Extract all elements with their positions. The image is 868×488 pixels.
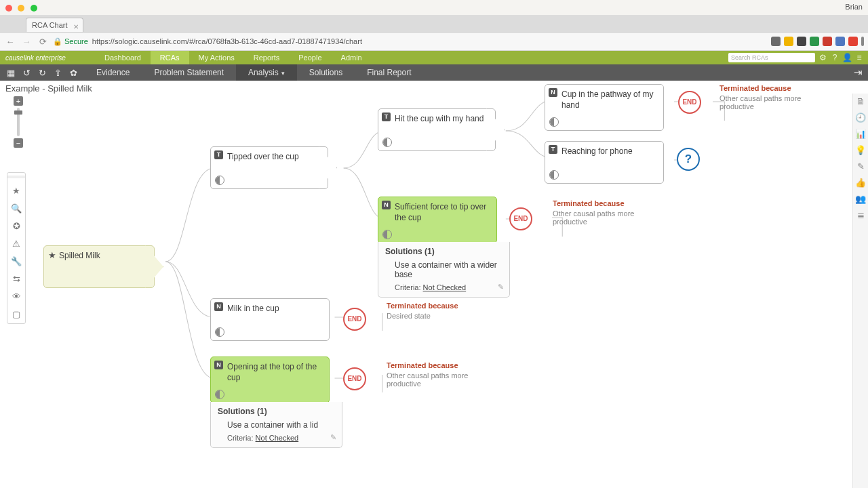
node-type-tag: T xyxy=(549,145,557,154)
termination-head: Terminated because xyxy=(553,199,668,207)
tab-final-report[interactable]: Final Report xyxy=(355,64,423,81)
help-icon[interactable]: ? xyxy=(830,53,840,62)
collapse-right-icon[interactable]: ⇥ xyxy=(854,66,868,79)
tab-analysis[interactable]: Analysis▾ xyxy=(236,64,297,81)
close-window-icon[interactable] xyxy=(5,5,12,12)
list-icon[interactable]: ≣ xyxy=(857,210,865,220)
tab-problem-statement[interactable]: Problem Statement xyxy=(142,64,236,81)
browser-menu-icon[interactable] xyxy=(861,37,864,46)
node-type-tag: T xyxy=(382,113,391,121)
palette-grip[interactable] xyxy=(7,176,25,178)
gear-icon[interactable]: ⚙ xyxy=(818,53,827,62)
node-label: Tipped over the cup xyxy=(227,152,322,163)
ext-icon[interactable] xyxy=(810,37,819,46)
add-tool-icon[interactable]: ✪ xyxy=(10,220,22,232)
end-marker[interactable]: END xyxy=(343,367,366,390)
edit-pencil-icon[interactable]: ✎ xyxy=(498,283,504,291)
warning-tool-icon[interactable]: ⚠ xyxy=(10,238,22,250)
group-icon[interactable]: 👥 xyxy=(855,194,866,204)
menu-icon[interactable]: ≡ xyxy=(854,53,864,62)
ext-icon[interactable] xyxy=(771,37,781,46)
search-input[interactable]: Search RCAs xyxy=(728,53,815,62)
node-tipped[interactable]: T Tipped over the cup xyxy=(210,146,328,189)
solution-panel-force[interactable]: Solutions (1) Use a container with a wid… xyxy=(378,242,510,298)
criteria-value[interactable]: Not Checked xyxy=(256,434,299,442)
node-milk[interactable]: N Milk in the cup xyxy=(210,298,330,341)
evidence-indicator-icon xyxy=(215,390,224,399)
node-force[interactable]: N Sufficient force to tip over the cup xyxy=(378,197,497,243)
node-type-tag: N xyxy=(382,201,391,209)
thumb-icon[interactable]: 👍 xyxy=(855,178,866,188)
share-icon[interactable]: ⇪ xyxy=(54,68,62,78)
window-controls[interactable] xyxy=(5,4,41,14)
forward-button[interactable]: → xyxy=(20,37,33,47)
wrench-tool-icon[interactable]: 🔧 xyxy=(10,256,22,268)
settings-icon[interactable]: ✿ xyxy=(70,68,77,78)
node-opening[interactable]: N Opening at the top of the cup xyxy=(210,357,330,403)
redo-icon[interactable]: ↻ xyxy=(39,68,46,78)
nav-dashboard[interactable]: Dashboard xyxy=(95,51,151,64)
zoom-handle[interactable] xyxy=(14,110,22,115)
nav-admin[interactable]: Admin xyxy=(332,51,372,64)
nav-reports[interactable]: Reports xyxy=(244,51,290,64)
tab-solutions[interactable]: Solutions xyxy=(297,64,355,81)
evidence-indicator-icon xyxy=(549,170,559,180)
edit-tool-icon[interactable]: ▢ xyxy=(10,308,22,321)
toolbar-tabs: Evidence Problem Statement Analysis▾ Sol… xyxy=(84,64,424,81)
solution-criteria: Criteria: Not Checked xyxy=(227,434,335,442)
criteria-label: Criteria: xyxy=(227,434,254,442)
end-marker[interactable]: END xyxy=(509,207,532,230)
minimize-window-icon[interactable] xyxy=(18,5,24,12)
eye-tool-icon[interactable]: 👁 xyxy=(10,291,22,303)
node-pathway[interactable]: N Cup in the pathway of my hand xyxy=(545,84,664,131)
ext-icon[interactable] xyxy=(835,37,845,46)
termination-head: Terminated because xyxy=(719,84,835,92)
star-tool-icon[interactable]: ★ xyxy=(10,185,22,197)
notes-icon[interactable]: 🗎 xyxy=(856,96,865,106)
app-nav: Dashboard RCAs My Actions Reports People… xyxy=(95,51,372,64)
ext-icon[interactable] xyxy=(823,37,832,46)
nav-my-actions[interactable]: My Actions xyxy=(189,51,244,64)
node-root[interactable]: ★ Spilled Milk xyxy=(43,245,155,288)
close-tab-icon[interactable]: ✕ xyxy=(73,20,79,34)
user-icon[interactable]: 👤 xyxy=(842,53,852,62)
chart-icon[interactable]: 📊 xyxy=(855,129,866,139)
ext-icon[interactable] xyxy=(848,37,858,46)
criteria-value[interactable]: Not Checked xyxy=(423,283,467,291)
undo-icon[interactable]: ↺ xyxy=(23,68,31,78)
tab-evidence[interactable]: Evidence xyxy=(84,64,142,81)
edit-pencil-icon[interactable]: ✎ xyxy=(330,433,336,442)
question-marker[interactable]: ? xyxy=(677,148,700,171)
end-marker[interactable]: END xyxy=(343,308,366,331)
node-reaching[interactable]: T Reaching for phone xyxy=(545,141,664,184)
node-hit[interactable]: T Hit the cup with my hand xyxy=(378,108,496,151)
nav-people[interactable]: People xyxy=(289,51,331,64)
edit-icon[interactable]: ✎ xyxy=(857,161,865,171)
url-field[interactable]: https://sologic.causelink.com/#/rca/0768… xyxy=(92,37,767,45)
solution-panel-opening[interactable]: Solutions (1) Use a container with a lid… xyxy=(210,402,342,448)
maximize-window-icon[interactable] xyxy=(31,5,37,12)
node-label: Milk in the cup xyxy=(227,304,323,314)
zoom-out-button[interactable]: − xyxy=(14,138,23,148)
nav-rcas[interactable]: RCAs xyxy=(151,51,189,64)
zoom-track[interactable] xyxy=(17,108,20,136)
node-label: Hit the cup with my hand xyxy=(395,114,490,125)
termination-note: Terminated because Desired state xyxy=(387,302,502,320)
ext-icon[interactable] xyxy=(784,37,793,46)
node-label: Reaching for phone xyxy=(561,146,658,157)
zoom-in-button[interactable]: + xyxy=(14,96,23,106)
clock-icon[interactable]: 🕘 xyxy=(855,113,866,123)
chart-canvas[interactable]: + − ★ 🔍 ✪ ⚠ 🔧 ⇆ 👁 ▢ 🗎 🕘 📊 💡 ✎ 👍 👥 ≣ ★ Sp… xyxy=(0,94,868,488)
reload-button[interactable]: ⟳ xyxy=(37,37,49,47)
end-marker[interactable]: END xyxy=(678,91,701,114)
back-button[interactable]: ← xyxy=(4,37,16,47)
slider-tool-icon[interactable]: ⇆ xyxy=(10,273,22,285)
browser-tab[interactable]: RCA Chart ✕ xyxy=(26,18,83,32)
ext-icon[interactable] xyxy=(797,37,806,46)
search-tool-icon[interactable]: 🔍 xyxy=(10,203,22,215)
grid-icon[interactable]: ▦ xyxy=(7,68,15,78)
node-label: Cup in the pathway of my hand xyxy=(561,89,658,110)
bulb-icon[interactable]: 💡 xyxy=(855,145,866,155)
termination-body: Other causal paths more productive xyxy=(387,371,502,388)
zoom-control[interactable]: + − xyxy=(14,96,23,148)
